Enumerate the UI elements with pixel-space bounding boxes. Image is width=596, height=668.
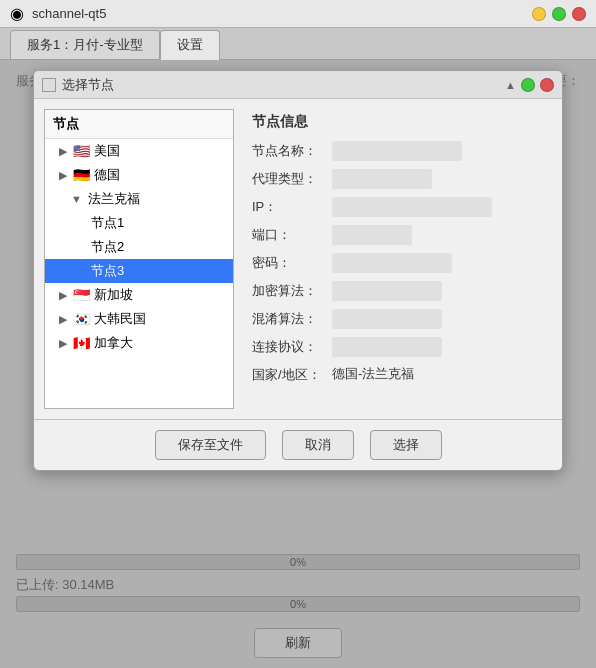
tree-item-korea[interactable]: ▶ 🇰🇷 大韩民国 (45, 307, 233, 331)
value-obfuscation (332, 309, 442, 329)
select-button[interactable]: 选择 (370, 430, 442, 460)
tree-arrow-korea: ▶ (59, 313, 67, 326)
flag-usa: 🇺🇸 (73, 143, 90, 159)
tree-item-usa[interactable]: ▶ 🇺🇸 美国 (45, 139, 233, 163)
tree-item-frankfurt[interactable]: ▼ 法兰克福 (45, 187, 233, 211)
app-icon: ◉ (10, 4, 24, 23)
tree-label-korea: 大韩民国 (94, 310, 146, 328)
tree-label-canada: 加拿大 (94, 334, 133, 352)
tree-label-usa: 美国 (94, 142, 120, 160)
info-row-proxy-type: 代理类型： (252, 169, 544, 189)
window-controls (532, 7, 586, 21)
dialog-title: 选择节点 (62, 76, 114, 94)
label-proxy-type: 代理类型： (252, 170, 332, 188)
tree-item-node2[interactable]: 节点2 (45, 235, 233, 259)
tree-label-node1: 节点1 (91, 214, 124, 232)
label-node-name: 节点名称： (252, 142, 332, 160)
flag-singapore: 🇸🇬 (73, 287, 90, 303)
node-info-panel: 节点信息 节点名称： 代理类型： IP： (244, 109, 552, 409)
tree-arrow-germany: ▶ (59, 169, 67, 182)
tab-service[interactable]: 服务1：月付-专业型 (10, 30, 160, 59)
info-row-encryption: 加密算法： (252, 281, 544, 301)
flag-germany: 🇩🇪 (73, 167, 90, 183)
tree-label-germany: 德国 (94, 166, 120, 184)
title-bar: ◉ schannel-qt5 (0, 0, 596, 28)
select-node-dialog: 选择节点 ▲ 节点 ▶ 🇺🇸 美国 (33, 70, 563, 471)
label-ip: IP： (252, 198, 332, 216)
dialog-footer: 保存至文件 取消 选择 (34, 419, 562, 470)
info-row-obfuscation: 混淆算法： (252, 309, 544, 329)
info-row-password: 密码： (252, 253, 544, 273)
label-protocol: 连接协议： (252, 338, 332, 356)
node-tree-panel: 节点 ▶ 🇺🇸 美国 ▶ 🇩🇪 德国 (44, 109, 234, 409)
dialog-icon (42, 78, 56, 92)
maximize-button[interactable] (552, 7, 566, 21)
tree-item-canada[interactable]: ▶ 🇨🇦 加拿大 (45, 331, 233, 355)
tree-arrow-usa: ▶ (59, 145, 67, 158)
info-row-protocol: 连接协议： (252, 337, 544, 357)
title-bar-left: ◉ schannel-qt5 (10, 4, 106, 23)
tree-arrow-canada: ▶ (59, 337, 67, 350)
value-port (332, 225, 412, 245)
info-row-ip: IP： (252, 197, 544, 217)
tree-label-singapore: 新加坡 (94, 286, 133, 304)
label-password: 密码： (252, 254, 332, 272)
dialog-close-button[interactable] (540, 78, 554, 92)
tree-label-node2: 节点2 (91, 238, 124, 256)
cancel-button[interactable]: 取消 (282, 430, 354, 460)
tree-arrow-frankfurt: ▼ (71, 193, 82, 205)
tree-header: 节点 (45, 110, 233, 139)
flag-korea: 🇰🇷 (73, 311, 90, 327)
value-encryption (332, 281, 442, 301)
window-title: schannel-qt5 (32, 6, 106, 21)
value-country: 德国-法兰克福 (332, 365, 544, 385)
flag-canada: 🇨🇦 (73, 335, 90, 351)
tree-item-singapore[interactable]: ▶ 🇸🇬 新加坡 (45, 283, 233, 307)
dialog-titlebar: 选择节点 ▲ (34, 71, 562, 99)
main-area: 服务信息： ssr摘要： 0% 已上传: 30.14MB 0% 刷新 选择节点 (0, 60, 596, 668)
arrow-up-icon: ▲ (505, 79, 516, 91)
tree-item-germany[interactable]: ▶ 🇩🇪 德国 (45, 163, 233, 187)
dialog-titlebar-left: 选择节点 (42, 76, 114, 94)
dialog-titlebar-right: ▲ (505, 78, 554, 92)
dialog-maximize-button[interactable] (521, 78, 535, 92)
close-button[interactable] (572, 7, 586, 21)
tree-label-node3: 节点3 (91, 262, 124, 280)
tree-arrow-singapore: ▶ (59, 289, 67, 302)
tree-item-node3[interactable]: 节点3 (45, 259, 233, 283)
label-obfuscation: 混淆算法： (252, 310, 332, 328)
info-row-country: 国家/地区： 德国-法兰克福 (252, 365, 544, 385)
label-encryption: 加密算法： (252, 282, 332, 300)
info-row-name: 节点名称： (252, 141, 544, 161)
label-country: 国家/地区： (252, 366, 332, 384)
value-protocol (332, 337, 442, 357)
tree-label-frankfurt: 法兰克福 (88, 190, 140, 208)
label-port: 端口： (252, 226, 332, 244)
value-password (332, 253, 452, 273)
info-row-port: 端口： (252, 225, 544, 245)
tab-settings[interactable]: 设置 (160, 30, 220, 60)
dialog-body: 节点 ▶ 🇺🇸 美国 ▶ 🇩🇪 德国 (34, 99, 562, 419)
info-section-title: 节点信息 (252, 113, 544, 131)
tab-bar: 服务1：月付-专业型 设置 (0, 28, 596, 60)
tree-item-node1[interactable]: 节点1 (45, 211, 233, 235)
value-ip (332, 197, 492, 217)
save-to-file-button[interactable]: 保存至文件 (155, 430, 266, 460)
value-proxy-type (332, 169, 432, 189)
modal-backdrop: 选择节点 ▲ 节点 ▶ 🇺🇸 美国 (0, 60, 596, 668)
minimize-button[interactable] (532, 7, 546, 21)
value-node-name (332, 141, 462, 161)
